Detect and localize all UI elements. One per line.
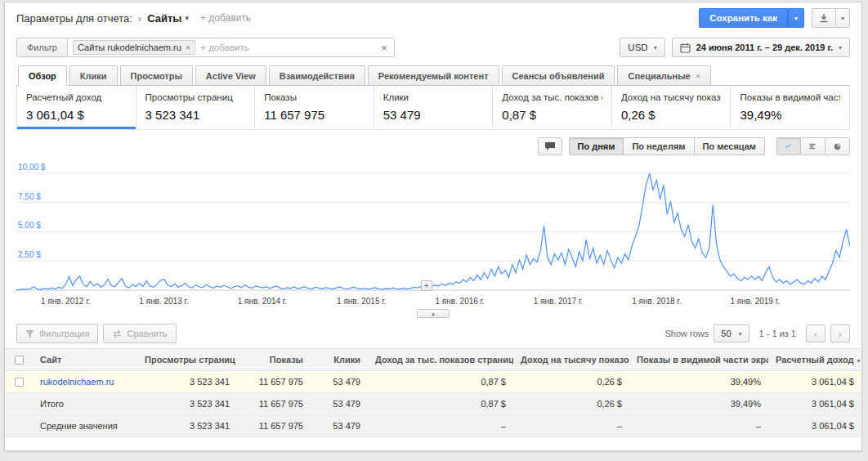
- metric-impressions[interactable]: Показы 11 657 975: [254, 86, 374, 129]
- granularity-by-week[interactable]: По неделям: [624, 137, 694, 155]
- cell-impression-rpm: 0,26 $: [513, 371, 629, 393]
- add-dimension-link[interactable]: + добавить: [200, 12, 251, 24]
- tab-close-icon[interactable]: ×: [696, 71, 700, 81]
- metric-label: Клики: [383, 92, 484, 102]
- metric-cards: Расчетный доход 3 061,04 $ Просмотры стр…: [16, 86, 850, 130]
- tab-ad-sessions[interactable]: Сеансы объявлений: [502, 65, 615, 85]
- x-axis-tick: 1 янв. 2016 г.: [435, 297, 484, 306]
- filter-input[interactable]: Сайты rukodelnichaem.ru × + добавить ×: [68, 38, 395, 57]
- metric-viewability[interactable]: Показы в видимой части э... 39,49%: [730, 86, 849, 129]
- x-axis-labels: 1 янв. 2012 г. 1 янв. 2013 г. 1 янв. 201…: [16, 295, 850, 308]
- annotations-button[interactable]: [538, 137, 562, 155]
- y-axis-tick: 2,50 $: [18, 250, 43, 259]
- column-header-page-views[interactable]: Просмотры страниц: [137, 349, 237, 371]
- column-header-page-rpm[interactable]: Доход за тыс. показов страницы: [368, 349, 513, 371]
- cell-viewability: –: [629, 415, 768, 437]
- prev-icon: ‹: [814, 328, 817, 340]
- column-header-estimated-revenue[interactable]: Расчетный доход▾: [768, 349, 861, 371]
- collapse-row: ▴: [5, 309, 861, 318]
- y-axis-tick: 7,50 $: [18, 192, 43, 201]
- clear-filter-icon[interactable]: ×: [379, 42, 389, 54]
- export-caret-button[interactable]: ▾: [836, 8, 850, 28]
- cell-page-views: 3 523 341: [137, 371, 237, 393]
- compare-icon: [112, 329, 122, 338]
- pager-prev-button[interactable]: ‹: [806, 324, 825, 342]
- tab-overview[interactable]: Обзор: [18, 65, 67, 86]
- tab-views[interactable]: Просмотры: [120, 65, 193, 85]
- table-toolbar: Фильтрация Сравнить Show rows 50 ▾ 1 - 1…: [5, 318, 861, 348]
- compare-button[interactable]: Сравнить: [103, 324, 176, 343]
- tab-label: Просмотры: [131, 71, 182, 81]
- save-as-caret-button[interactable]: ▾: [788, 8, 804, 28]
- tab-clicks[interactable]: Клики: [69, 65, 118, 85]
- caret-down-icon: ▾: [841, 15, 844, 22]
- metric-label: Просмотры страниц: [145, 92, 246, 102]
- granularity-toggle: По дням По неделям По месяцам: [569, 137, 765, 155]
- metric-label: Доход на тысячу показов: [621, 92, 722, 102]
- tab-recommended-content[interactable]: Рекомендуемый контент: [368, 65, 499, 85]
- x-axis-tick: 1 янв. 2017 г.: [534, 297, 583, 306]
- column-header-impressions[interactable]: Показы: [237, 349, 311, 371]
- tab-interactions[interactable]: Взаимодействия: [269, 65, 365, 85]
- metric-estimated-revenue[interactable]: Расчетный доход 3 061,04 $: [17, 86, 136, 129]
- report-tabs: Обзор Клики Просмотры Active View Взаимо…: [16, 65, 850, 86]
- tab-custom[interactable]: Специальные×: [617, 65, 711, 85]
- chevron-right-icon: ›: [138, 12, 141, 25]
- caret-down-icon: ▾: [839, 44, 842, 51]
- report-params-label: Параметры для отчета:: [16, 12, 132, 25]
- site-link[interactable]: rukodelnichaem.ru: [40, 377, 114, 387]
- metric-label: Доход за тыс. показов стр...: [502, 92, 602, 102]
- pager-next-button[interactable]: ›: [830, 324, 850, 342]
- chart-drag-handle[interactable]: +: [421, 280, 432, 291]
- column-header-label: Расчетный доход: [776, 355, 854, 365]
- row-checkbox[interactable]: [15, 378, 24, 387]
- pie-chart-type-button[interactable]: [825, 137, 850, 155]
- line-chart-icon: [785, 141, 792, 151]
- cell-clicks: 53 479: [311, 371, 368, 393]
- date-range-picker[interactable]: 24 июня 2011 г. – 29 дек. 2019 г. ▾: [672, 38, 850, 57]
- column-header-impression-rpm[interactable]: Доход на тысячу показов: [513, 349, 629, 371]
- metric-page-views[interactable]: Просмотры страниц 3 523 341: [136, 86, 255, 129]
- metric-page-rpm[interactable]: Доход за тыс. показов стр... 0,87 $: [492, 86, 611, 129]
- chart-canvas[interactable]: [16, 159, 850, 294]
- collapse-chart-button[interactable]: ▴: [417, 309, 450, 318]
- cell-viewability: 39,49%: [629, 371, 768, 393]
- bar-chart-type-button[interactable]: [801, 137, 825, 155]
- column-header-site[interactable]: Сайт: [33, 349, 137, 371]
- filter-add-input[interactable]: + добавить: [200, 43, 374, 52]
- chart-controls: По дням По неделям По месяцам: [16, 137, 850, 155]
- sort-desc-icon: ▾: [857, 357, 861, 365]
- save-as-button[interactable]: Сохранить как: [699, 8, 788, 28]
- currency-dropdown[interactable]: USD ▾: [620, 38, 664, 57]
- granularity-by-day[interactable]: По дням: [569, 137, 624, 155]
- metric-value: 11 657 975: [264, 108, 365, 122]
- filter-chip[interactable]: Сайты rukodelnichaem.ru ×: [73, 40, 195, 55]
- sites-table: Сайт Просмотры страниц Показы Клики Дохо…: [5, 348, 861, 437]
- line-chart-type-button[interactable]: [776, 137, 801, 155]
- metric-clicks[interactable]: Клики 53 479: [374, 86, 493, 129]
- tab-active-view[interactable]: Active View: [195, 65, 266, 85]
- revenue-chart[interactable]: 10,00 $ 7,50 $ 5,00 $ 2,50 $ +: [16, 159, 850, 294]
- table-row: rukodelnichaem.ru 3 523 341 11 657 975 5…: [5, 371, 861, 393]
- filter-table-button[interactable]: Фильтрация: [16, 324, 98, 343]
- granularity-by-month[interactable]: По месяцам: [695, 137, 765, 155]
- plus-icon: +: [424, 281, 429, 290]
- comment-icon: [544, 141, 556, 151]
- entity-selector-dropdown[interactable]: Сайты ▾: [147, 12, 189, 25]
- caret-down-icon: ▾: [794, 15, 798, 22]
- filter-table-label: Фильтрация: [39, 329, 89, 338]
- column-header-clicks[interactable]: Клики: [311, 349, 368, 371]
- select-all-checkbox[interactable]: [15, 356, 24, 365]
- tab-label: Active View: [206, 71, 256, 81]
- date-range-label: 24 июня 2011 г. – 29 дек. 2019 г.: [696, 43, 833, 52]
- metric-value: 0,87 $: [502, 108, 602, 122]
- export-button[interactable]: [812, 8, 836, 28]
- column-header-viewability[interactable]: Показы в видимой части экрана: [629, 349, 768, 371]
- filter-label: Фильтр: [16, 38, 68, 57]
- metric-impression-rpm[interactable]: Доход на тысячу показов 0,26 $: [611, 86, 731, 129]
- x-axis-tick: 1 янв. 2014 г.: [238, 297, 287, 306]
- pager-text: 1 - 1 из 1: [759, 329, 796, 338]
- cell-estimated-revenue: 3 061,04 $: [768, 393, 861, 415]
- chip-close-icon[interactable]: ×: [186, 43, 190, 52]
- rows-per-page-dropdown[interactable]: 50 ▾: [714, 324, 749, 342]
